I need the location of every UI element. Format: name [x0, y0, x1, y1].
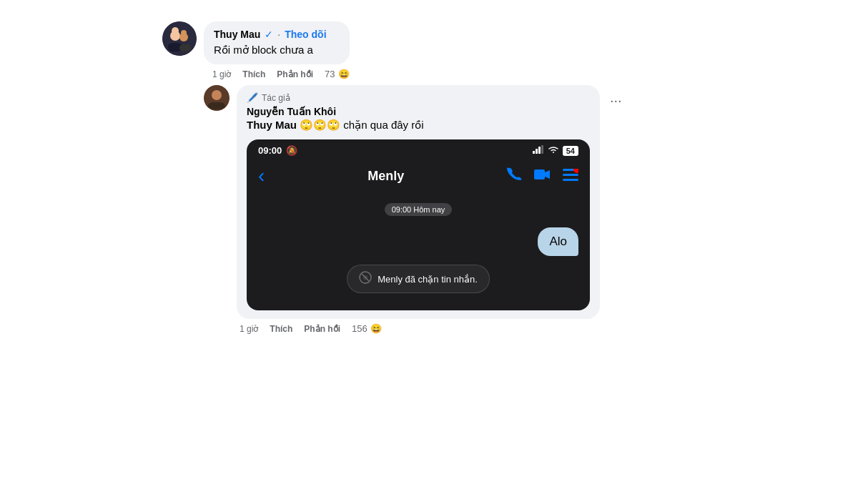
- status-right: 54: [533, 145, 578, 156]
- top-comment: Thuy Mau ✓ · Theo dõi Rồi mở block chưa …: [162, 21, 706, 79]
- svg-point-8: [212, 90, 222, 100]
- avatar-image-top: [162, 21, 197, 56]
- follow-link[interactable]: Theo dõi: [285, 29, 326, 40]
- author-line: Thuy Mau ✓ · Theo dõi: [214, 29, 340, 40]
- message-timestamp: 09:00 Hôm nay: [385, 203, 453, 216]
- battery-badge: 54: [563, 146, 578, 156]
- svg-rect-11: [536, 149, 538, 154]
- svg-rect-14: [534, 169, 545, 179]
- top-reply-button[interactable]: Phản hồi: [277, 69, 313, 79]
- signal-bars: [533, 145, 544, 156]
- svg-rect-9: [208, 102, 225, 109]
- avatar-reply: [204, 85, 230, 111]
- sent-message: Alo: [538, 227, 578, 256]
- top-comment-time: 1 giờ: [212, 69, 231, 79]
- wifi-icon: [548, 145, 559, 156]
- top-like-button[interactable]: Thích: [242, 69, 265, 79]
- svg-point-6: [181, 30, 187, 36]
- reply-reply-button[interactable]: Phản hồi: [304, 324, 340, 334]
- svg-rect-13: [541, 145, 543, 154]
- reply-text-after: chặn qua đây rồi: [343, 119, 423, 131]
- reply-bubble: 🖊️ Tác giả Nguyễn Tuấn Khôi Thuy Mau 🙄🙄🙄…: [237, 85, 600, 319]
- top-comment-content: Thuy Mau ✓ · Theo dõi Rồi mở block chưa …: [204, 21, 350, 79]
- reply-section: 🖊️ Tác giả Nguyễn Tuấn Khôi Thuy Mau 🙄🙄🙄…: [204, 85, 706, 334]
- verified-badge: ✓: [265, 29, 273, 40]
- reply-content: 🖊️ Tác giả Nguyễn Tuấn Khôi Thuy Mau 🙄🙄🙄…: [237, 85, 706, 334]
- top-comment-bubble: Thuy Mau ✓ · Theo dõi Rồi mở block chưa …: [204, 21, 350, 64]
- mention: Thuy Mau: [247, 119, 297, 131]
- reply-reaction-emoji: 😄: [370, 323, 382, 334]
- header-icons: [507, 167, 578, 186]
- top-reaction-emoji: 😄: [338, 69, 350, 79]
- reply-text: Thuy Mau 🙄🙄🙄 chặn qua đây rồi: [247, 117, 590, 132]
- mute-icon: 🔕: [286, 145, 297, 156]
- reply-emojis: 🙄🙄🙄: [300, 119, 343, 131]
- reply-author-name: Nguyễn Tuấn Khôi: [247, 106, 590, 117]
- pencil-icon: 🖊️: [247, 92, 258, 103]
- reply-time: 1 giờ: [240, 324, 258, 334]
- contact-name: Menly: [368, 169, 404, 184]
- blocked-text: Menly đã chặn tin nhắn.: [378, 274, 478, 285]
- comment-thread: Thuy Mau ✓ · Theo dõi Rồi mở block chưa …: [162, 14, 706, 341]
- svg-rect-4: [179, 44, 191, 51]
- svg-rect-12: [538, 147, 541, 154]
- phone-status-bar: 09:00 🔕: [247, 139, 590, 159]
- separator: ·: [277, 29, 280, 40]
- avatar-thuy-mau: [162, 21, 197, 56]
- reply-comment-actions: 1 giờ Thích Phản hồi 156 😄: [237, 323, 706, 334]
- video-icon[interactable]: [534, 168, 551, 184]
- avatar-image-reply: [204, 85, 230, 111]
- more-options-button[interactable]: ···: [604, 89, 628, 112]
- top-comment-text: Rồi mở block chưa a: [214, 42, 340, 57]
- svg-rect-17: [563, 179, 578, 181]
- phone-time: 09:00: [258, 145, 282, 156]
- top-comment-actions: 1 giờ Thích Phản hồi 73 😄: [204, 69, 350, 79]
- author-label: 🖊️ Tác giả: [247, 92, 590, 103]
- back-button[interactable]: ‹: [258, 164, 265, 187]
- phone-chat-header: ‹ Menly: [247, 159, 590, 196]
- svg-rect-16: [563, 174, 578, 176]
- reply-reaction-count: 156 😄: [352, 323, 382, 334]
- author-label-text: Tác giả: [262, 93, 290, 103]
- svg-rect-10: [533, 151, 535, 154]
- author-name-top: Thuy Mau: [214, 29, 260, 40]
- reply-like-button[interactable]: Thích: [270, 324, 292, 334]
- top-reaction-count: 73 😄: [325, 69, 349, 79]
- svg-point-18: [573, 169, 578, 173]
- status-left: 09:00 🔕: [258, 145, 297, 156]
- phone-messages: 09:00 Hôm nay Alo Me: [247, 196, 590, 310]
- svg-point-5: [172, 27, 179, 34]
- phone-screenshot: 09:00 🔕: [247, 139, 590, 310]
- svg-point-21: [363, 275, 368, 280]
- call-icon[interactable]: [507, 167, 523, 186]
- blocked-icon: [359, 271, 372, 287]
- blocked-notice: Menly đã chặn tin nhắn.: [347, 265, 490, 293]
- menu-icon[interactable]: [563, 169, 578, 184]
